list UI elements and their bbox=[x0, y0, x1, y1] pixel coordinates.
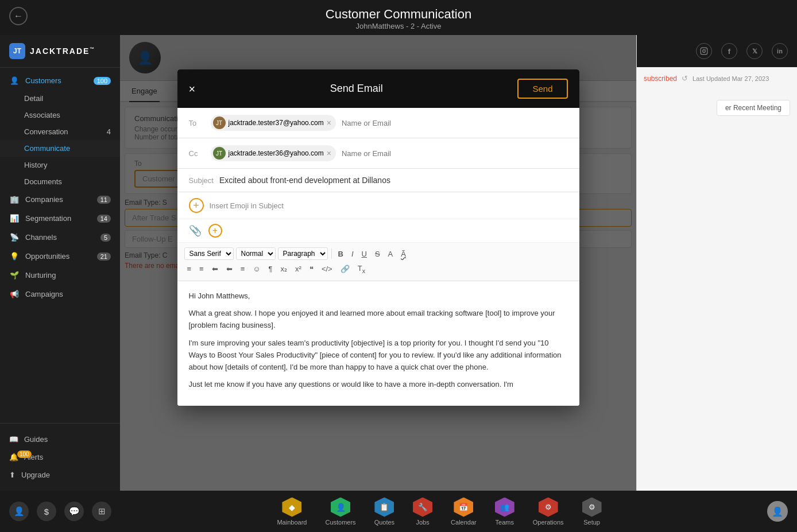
linkedin-icon[interactable]: in bbox=[772, 43, 788, 59]
ordered-list-button[interactable]: ≡ bbox=[184, 263, 195, 275]
facebook-icon[interactable]: f bbox=[721, 43, 737, 59]
code-button[interactable]: </> bbox=[319, 263, 335, 275]
italic-button[interactable]: I bbox=[349, 248, 357, 260]
paragraph-mark-button[interactable]: ¶ bbox=[266, 263, 276, 275]
to-input[interactable] bbox=[342, 119, 568, 127]
svg-point-2 bbox=[706, 49, 706, 49]
link-button[interactable]: 🔗 bbox=[338, 263, 353, 275]
subscript-button[interactable]: x₂ bbox=[278, 263, 291, 275]
guides-button[interactable]: 📖 Guides bbox=[0, 430, 120, 448]
top-header: ← Customer Communication JohnMatthews - … bbox=[0, 0, 797, 35]
bottom-left-icons: 👤 $ 💬 ⊞ bbox=[0, 502, 121, 521]
toolbar-row-2: ≡ ≡ ⬅ ⬅ ≡ ☺ ¶ x₂ x² ❝ </> bbox=[184, 262, 572, 276]
subscribed-badge: subscribed bbox=[644, 75, 677, 83]
sidebar-item-history[interactable]: History bbox=[0, 157, 120, 173]
subject-input[interactable] bbox=[219, 176, 568, 185]
email-greeting: Hi John Matthews, bbox=[189, 290, 568, 302]
to-email-tag: JT jacktrade.tester37@yahoo.com × bbox=[211, 115, 336, 131]
emoji-row: + Insert Emoji in Subject bbox=[177, 192, 579, 219]
sidebar-item-companies[interactable]: 🏢 Companies 11 bbox=[0, 190, 120, 209]
font-family-select[interactable]: Sans Serif bbox=[184, 247, 234, 260]
grid-icon-button[interactable]: ⊞ bbox=[92, 502, 111, 521]
alerts-button[interactable]: 🔔 100 Alerts bbox=[0, 448, 120, 466]
sidebar-item-customers[interactable]: 👤 Customers 100 bbox=[0, 71, 120, 90]
instagram-icon[interactable] bbox=[696, 43, 712, 59]
email-para-1: What a great show. I hope you enjoyed it… bbox=[189, 308, 568, 332]
cc-avatar: JT bbox=[213, 147, 226, 160]
editor-body[interactable]: Hi John Matthews, What a great show. I h… bbox=[177, 281, 579, 406]
subject-label: Subject bbox=[189, 176, 214, 185]
nav-quotes[interactable]: 📋 Quotes bbox=[365, 498, 404, 526]
bottom-nav-items: ◆ Mainboard 👤 Customers 📋 Quotes 🔧 Jobs … bbox=[121, 498, 758, 526]
companies-icon: 🏢 bbox=[9, 195, 20, 204]
sidebar-item-channels[interactable]: 📡 Channels 5 bbox=[0, 228, 120, 247]
emoji-plus-button[interactable]: + bbox=[189, 198, 204, 213]
page-title: Customer Communication bbox=[0, 7, 797, 22]
refresh-icon[interactable]: ↺ bbox=[682, 74, 688, 83]
blockquote-button[interactable]: ❝ bbox=[307, 263, 316, 275]
twitter-icon[interactable]: 𝕏 bbox=[746, 43, 763, 59]
send-button[interactable]: Send bbox=[517, 79, 567, 99]
sidebar-item-nurturing[interactable]: 🌱 Nurturing bbox=[0, 266, 120, 285]
nav-operations[interactable]: ⚙ Operations bbox=[524, 498, 573, 526]
emoji-label: Insert Emoji in Subject bbox=[210, 201, 284, 210]
sidebar-item-associates[interactable]: Associates bbox=[0, 107, 120, 123]
emoji-button[interactable]: ☺ bbox=[250, 263, 263, 275]
upgrade-button[interactable]: ⬆ Upgrade bbox=[0, 466, 120, 484]
align-button[interactable]: ≡ bbox=[238, 263, 248, 275]
teams-nav-icon: 👥 bbox=[495, 498, 514, 517]
sidebar-bottom: 📖 Guides 🔔 100 Alerts ⬆ Upgrade bbox=[0, 423, 120, 491]
to-remove-icon[interactable]: × bbox=[327, 119, 331, 127]
cc-input[interactable] bbox=[342, 149, 568, 158]
close-button[interactable]: × bbox=[189, 83, 196, 95]
nav-customers[interactable]: 👤 Customers bbox=[316, 498, 365, 526]
unordered-list-button[interactable]: ≡ bbox=[196, 263, 207, 275]
nurturing-icon: 🌱 bbox=[9, 271, 20, 279]
paperclip-icon[interactable]: 📎 bbox=[189, 224, 202, 237]
modal-body[interactable]: To JT jacktrade.tester37@yahoo.com × bbox=[177, 108, 579, 406]
sidebar-item-communicate[interactable]: Communicate bbox=[0, 140, 120, 157]
person-icon-button[interactable]: 👤 bbox=[9, 502, 29, 521]
strikethrough-button[interactable]: S bbox=[372, 248, 383, 260]
logo-icon: JT bbox=[9, 43, 25, 59]
font-highlight-button[interactable]: Ã bbox=[398, 248, 409, 260]
bottom-right-avatar[interactable]: 👤 bbox=[758, 501, 797, 522]
sidebar-item-opportunities[interactable]: 💡 Opportunities 21 bbox=[0, 247, 120, 266]
right-header-icons: f 𝕏 in bbox=[637, 35, 797, 67]
sidebar-item-documents[interactable]: Documents bbox=[0, 173, 120, 190]
bold-button[interactable]: B bbox=[335, 248, 346, 260]
main-content: 👤 Engage Communication Change occurred N… bbox=[120, 35, 636, 491]
sidebar-item-conversation[interactable]: Conversation 4 bbox=[0, 123, 120, 140]
email-modal: × Send Email Send To JT bbox=[177, 69, 579, 406]
chat-icon-button[interactable]: 💬 bbox=[64, 502, 84, 521]
cc-remove-icon[interactable]: × bbox=[327, 149, 331, 157]
jobs-nav-icon: 🔧 bbox=[413, 498, 432, 517]
clear-format-button[interactable]: Tx bbox=[355, 262, 368, 276]
font-color-button[interactable]: A bbox=[385, 248, 396, 260]
font-size-select[interactable]: Normal bbox=[236, 247, 276, 260]
sidebar-item-segmentation[interactable]: 📊 Segmentation 14 bbox=[0, 209, 120, 228]
segmentation-icon: 📊 bbox=[9, 214, 20, 223]
nav-teams[interactable]: 👥 Teams bbox=[486, 498, 524, 526]
right-sidebar: f 𝕏 in subscribed ↺ Last Updated Mar 27,… bbox=[636, 35, 797, 491]
paragraph-style-select[interactable]: Paragraph bbox=[278, 247, 328, 260]
nav-mainboard[interactable]: ◆ Mainboard bbox=[268, 498, 316, 526]
nav-setup[interactable]: ⚙ Setup bbox=[573, 498, 611, 526]
back-button[interactable]: ← bbox=[9, 7, 28, 25]
cc-field: Cc JT jacktrade.tester36@yahoo.com × bbox=[177, 138, 579, 169]
sidebar-item-campaigns[interactable]: 📢 Campaigns bbox=[0, 285, 120, 304]
user-avatar: 👤 bbox=[767, 501, 788, 522]
subject-field: Subject bbox=[177, 169, 579, 192]
nav-calendar[interactable]: 📅 Calendar bbox=[442, 498, 486, 526]
indent-right-button[interactable]: ⬅ bbox=[223, 263, 235, 275]
dollar-icon-button[interactable]: $ bbox=[37, 502, 56, 521]
modal-header: × Send Email Send bbox=[177, 69, 579, 108]
indent-left-button[interactable]: ⬅ bbox=[209, 263, 221, 275]
sidebar-item-detail[interactable]: Detail bbox=[0, 90, 120, 107]
superscript-button[interactable]: x² bbox=[292, 263, 304, 275]
modal-title: Send Email bbox=[195, 83, 517, 95]
recent-meeting-button[interactable]: er Recent Meeting bbox=[717, 100, 790, 116]
nav-jobs[interactable]: 🔧 Jobs bbox=[404, 498, 442, 526]
underline-button[interactable]: U bbox=[359, 248, 370, 260]
attachment-plus-button[interactable]: + bbox=[208, 224, 222, 238]
